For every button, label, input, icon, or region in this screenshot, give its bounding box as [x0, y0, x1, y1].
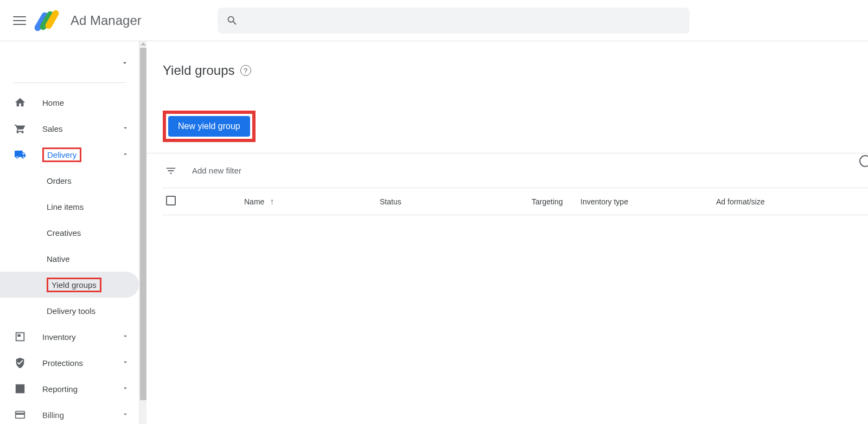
column-header-status[interactable]: Status [380, 197, 401, 206]
search-input[interactable] [245, 16, 681, 25]
sidebar-item-label: Sales [42, 124, 105, 133]
column-header-name[interactable]: Name [244, 197, 264, 206]
sidebar-subitem-line-items[interactable]: Line items [0, 194, 139, 220]
scroll-thumb[interactable] [140, 48, 146, 400]
sidebar-item-sales[interactable]: Sales [0, 115, 139, 142]
sidebar-item-delivery[interactable]: Delivery [0, 142, 139, 168]
sidebar-item-home[interactable]: Home [0, 89, 139, 115]
column-header-inventory-type[interactable]: Inventory type [580, 197, 628, 206]
bar-chart-icon [14, 383, 26, 395]
page-title-row: Yield groups ? [163, 63, 868, 78]
refresh-icon[interactable] [859, 155, 868, 167]
chevron-down-icon [122, 332, 129, 342]
sidebar-subitem-label: Orders [47, 176, 72, 185]
search-box[interactable] [218, 8, 690, 34]
sidebar-item-inventory[interactable]: Inventory [0, 324, 139, 350]
sidebar-scrollbar[interactable] [139, 41, 146, 424]
chevron-down-icon[interactable] [120, 59, 129, 69]
highlight-box: Delivery [42, 147, 81, 162]
filter-row: Add new filter [163, 153, 868, 188]
filter-icon[interactable] [165, 165, 177, 177]
search-icon [226, 15, 238, 27]
sidebar-item-protections[interactable]: Protections [0, 350, 139, 376]
shield-icon [14, 357, 26, 369]
cart-icon [14, 123, 26, 134]
truck-icon [14, 149, 26, 160]
sidebar-item-label: Protections [42, 358, 105, 368]
sidebar-subitem-creatives[interactable]: Creatives [0, 220, 139, 246]
column-header-ad-format[interactable]: Ad format/size [716, 197, 764, 206]
sidebar-subitem-label: Yield groups [52, 280, 97, 290]
highlight-box: New yield group [163, 111, 256, 142]
ad-manager-logo [37, 9, 60, 32]
sidebar-subitem-native[interactable]: Native [0, 246, 139, 272]
sort-ascending-icon[interactable]: ↑ [270, 197, 274, 207]
chevron-up-icon [122, 150, 129, 159]
help-icon[interactable]: ? [240, 65, 251, 76]
menu-icon[interactable] [13, 14, 26, 27]
home-icon [14, 97, 26, 108]
add-filter-input[interactable]: Add new filter [192, 166, 241, 175]
billing-icon [14, 409, 26, 421]
chevron-down-icon [122, 384, 129, 394]
chevron-down-icon [122, 410, 129, 420]
table-header: Name ↑ Status Targeting Inventory type A… [163, 188, 868, 215]
sidebar-item-label: Inventory [42, 332, 105, 342]
body: Home Sales Delivery Orders [0, 41, 868, 424]
sidebar-subitem-label: Creatives [47, 228, 81, 237]
sidebar-item-label: Reporting [42, 384, 105, 394]
scroll-up-icon [141, 42, 146, 46]
chevron-down-icon [122, 358, 129, 368]
page-title: Yield groups [163, 63, 235, 78]
sidebar-subitem-yield-groups[interactable]: Yield groups [0, 272, 139, 298]
column-header-targeting[interactable]: Targeting [532, 197, 563, 206]
sidebar-subitem-delivery-tools[interactable]: Delivery tools [0, 298, 139, 324]
sidebar-item-reporting[interactable]: Reporting [0, 376, 139, 402]
main-content: Yield groups ? New yield group Add new f… [146, 41, 868, 424]
new-yield-group-button[interactable]: New yield group [168, 116, 250, 137]
sidebar-item-billing[interactable]: Billing [0, 402, 139, 424]
inventory-icon [14, 331, 26, 343]
sidebar-subitem-label: Line items [47, 202, 84, 211]
chevron-down-icon [122, 124, 129, 133]
highlight-box: Yield groups [47, 278, 101, 292]
sidebar-item-label: Delivery [42, 150, 105, 159]
sidebar-item-label: Home [42, 98, 129, 107]
sidebar-subitem-label: Native [47, 254, 70, 264]
sidebar: Home Sales Delivery Orders [0, 41, 139, 424]
select-all-checkbox[interactable] [166, 196, 176, 205]
app-title: Ad Manager [71, 13, 142, 28]
sidebar-item-label: Billing [42, 410, 105, 420]
sidebar-subitem-orders[interactable]: Orders [0, 168, 139, 194]
topbar: Ad Manager [0, 0, 868, 41]
sidebar-subitem-label: Delivery tools [47, 306, 95, 316]
